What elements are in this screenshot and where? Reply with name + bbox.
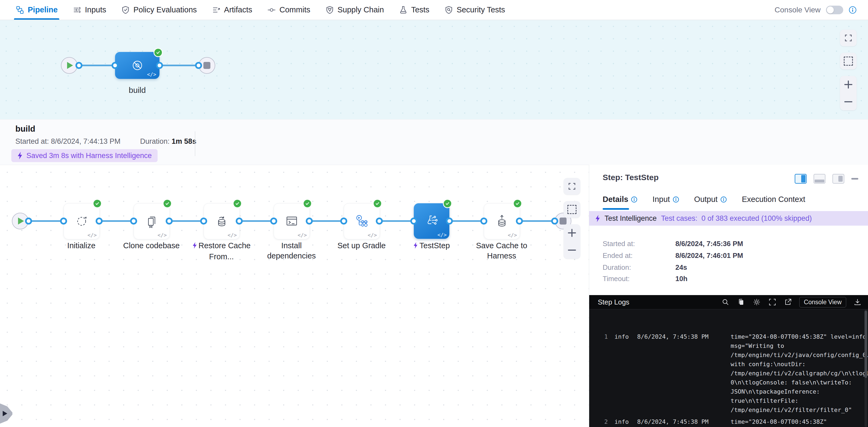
tab-label: Inputs [85,5,106,14]
step-label-set-up-gradle[interactable]: Set up Gradle [328,240,395,251]
zoom-out-button[interactable] [840,93,857,110]
zoom-in-button[interactable] [564,224,580,241]
open-in-new-tab-button[interactable] [784,298,792,306]
execution-graph-canvas[interactable]: </> </> </> </> </> </> </> [0,165,589,427]
expand-logs-button[interactable] [768,298,777,306]
pipeline-icon [16,6,24,14]
success-badge [303,199,312,208]
node-port [516,218,523,225]
zoom-in-button[interactable] [840,76,857,93]
marquee-select-button[interactable] [564,201,580,218]
fullscreen-button[interactable] [564,178,580,195]
tab-tests[interactable]: Tests [399,0,429,20]
step-logs-body[interactable]: 1 info 8/6/2024, 7:45:38 PM time="2024-0… [589,309,868,427]
duration-label: Duration: [140,137,170,145]
marquee-select-button[interactable] [840,53,857,69]
step-panel-title: Step: TestStep [602,173,659,182]
success-badge [163,199,172,208]
step-node-install-dependencies[interactable]: </> [274,203,310,239]
step-label-install-dependencies[interactable]: Install dependencies [258,240,325,261]
tab-commits[interactable]: Commits [267,0,310,20]
ti-banner-detail[interactable]: Test cases: 0 of 383 executed (100% skip… [661,214,812,223]
log-settings-button[interactable] [752,298,761,306]
save-cache-icon [494,214,510,229]
detail-row-ended: Ended at: 8/6/2024, 7:46:01 PM [602,252,791,260]
tab-security-tests[interactable]: Security Tests [444,0,505,20]
tab-output[interactable]: Output [694,195,727,204]
log-message: /tmp/engine/ti/v2/callgraph/cg/\n\tlogL [731,370,868,376]
step-label-save-cache[interactable]: Save Cache to Harness [468,240,535,261]
detail-row-duration: Duration: 24s [602,263,791,272]
top-tab-bar: Pipeline Inputs Policy Evaluations Artif… [0,0,868,20]
node-port [480,218,487,225]
step-label-initialize[interactable]: Initialize [48,240,115,251]
log-message: time="2024-08-07T00:45:38Z" level=info [731,333,866,340]
info-icon[interactable] [848,6,857,14]
external-link-icon [784,298,792,306]
lightning-bolt-icon [17,152,23,160]
label-text: Initialize [67,241,96,250]
fullscreen-button[interactable] [840,30,857,46]
test-intelligence-banner[interactable]: Test Intelligence Test cases: 0 of 383 e… [589,211,868,226]
tab-supply-chain[interactable]: Supply Chain [326,0,384,20]
node-port [166,218,173,225]
stage-duration: Duration: 1m 58s [140,137,196,146]
artifacts-icon [212,6,221,14]
success-badge [373,199,382,208]
layout-fill [801,175,806,183]
step-label-clone-codebase[interactable]: Clone codebase [118,240,185,251]
edge [159,65,198,66]
step-label-restore-cache[interactable]: Restore Cache From... [188,240,255,262]
left-panel-expand-handle[interactable] [0,403,12,424]
harness-intelligence-badge[interactable]: Saved 3m 8s with Harness Intelligence [11,149,158,162]
step-node-initialize[interactable]: </> [64,203,100,239]
fullscreen-icon [769,298,776,306]
tab-pipeline[interactable]: Pipeline [16,0,58,20]
tab-input[interactable]: Input [652,195,679,204]
download-icon [854,298,861,306]
log-message: msg="Writing to [731,342,784,349]
layout-floating-button[interactable] [832,174,844,184]
stage-label[interactable]: build [116,86,158,95]
console-view-toggle[interactable] [826,6,843,14]
step-node-save-cache[interactable]: </> [484,203,520,239]
logs-scrollbar-thumb[interactable] [865,311,867,378]
tab-inputs[interactable]: Inputs [73,0,106,20]
step-node-teststep[interactable]: </> [414,203,450,239]
logs-scrollbar[interactable] [865,309,867,427]
step-node-set-up-gradle[interactable]: </> [344,203,380,239]
copy-logs-button[interactable] [737,298,745,306]
search-logs-button[interactable] [721,298,730,306]
layout-bottom-split-button[interactable] [814,174,826,184]
step-node-restore-cache[interactable]: </> [204,203,240,239]
step-label-teststep[interactable]: TestStep [398,240,465,252]
ti-banner-title: Test Intelligence [604,214,657,223]
download-logs-button[interactable] [853,298,862,306]
stage-info-bar: build Started at: 8/6/2024, 7:44:13 PM D… [0,119,868,165]
minimize-panel-button[interactable] [851,178,858,179]
node-port [376,218,383,225]
layout-right-split-button[interactable] [795,174,807,184]
zoom-out-button[interactable] [564,241,580,259]
node-port [551,218,558,225]
copy-icon [737,298,745,306]
edge [79,65,115,66]
tab-policy-evaluations[interactable]: Policy Evaluations [121,0,197,20]
tab-execution-context[interactable]: Execution Context [742,195,805,204]
tab-artifacts[interactable]: Artifacts [212,0,252,20]
edge [239,220,274,222]
stage-node-build[interactable]: </> [115,52,159,79]
plus-icon [568,229,576,237]
log-level: info [615,333,629,340]
pipeline-start-node[interactable] [61,57,78,74]
success-badge [443,199,452,208]
pipeline-graph-canvas[interactable]: </> build [0,20,868,119]
lightning-bolt-icon [413,241,418,252]
tab-details[interactable]: Details [602,195,638,204]
console-view-button[interactable]: Console View [799,297,846,307]
chevron-right-icon [3,411,7,416]
tab-label: Commits [279,5,310,14]
log-message: /tmp/engine/ti/v2/java/config/config_0. [731,352,868,358]
search-icon [722,298,729,306]
step-node-clone-codebase[interactable]: </> [134,203,170,239]
